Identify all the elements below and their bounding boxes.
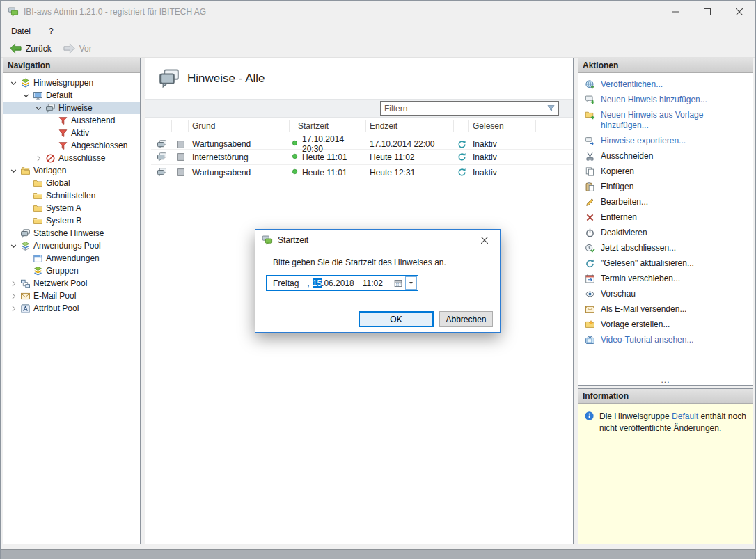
add-note-icon	[585, 95, 596, 105]
dropdown-arrow-icon	[408, 280, 414, 286]
chevron-down-icon[interactable]	[8, 240, 19, 251]
hinweis-row[interactable]: WartungsabendHeute 11:01Heute 12:31Inakt…	[151, 165, 573, 180]
folder-icon	[31, 178, 44, 189]
action-label: Entfernen	[601, 212, 637, 223]
datetime-dropdown-button[interactable]	[405, 276, 417, 290]
active-status-dot-icon	[291, 168, 299, 178]
actions-panel: Aktionen Veröffentlichen...Neuen Hinweis…	[578, 58, 753, 386]
tree-item-label: Gruppen	[44, 266, 79, 276]
menu-help[interactable]: ?	[43, 24, 59, 38]
action-entfernen[interactable]: Entfernen	[585, 212, 747, 223]
action-einfuegen[interactable]: Einfügen	[585, 182, 747, 192]
action-neuen-hinweis-hinzufuegen[interactable]: Neuen Hinweis hinzufügen...	[585, 95, 747, 105]
menu-datei[interactable]: Datei	[6, 24, 36, 38]
action-label: Kopieren	[601, 166, 634, 177]
chevron-right-icon[interactable]	[8, 303, 19, 314]
hinweis-icon	[151, 152, 172, 162]
hinweis-row[interactable]: InternetstörungHeute 11:01Heute 11:02Ina…	[151, 150, 573, 165]
dialog-close-button[interactable]	[468, 230, 500, 250]
cancel-button[interactable]: Abbrechen	[439, 311, 493, 327]
funnel-icon	[56, 127, 69, 139]
default-group-link[interactable]: Default	[672, 411, 698, 421]
tree-item-anwendungs-pool[interactable]: Anwendungs Pool	[3, 239, 140, 252]
datetime-time[interactable]: 11:02	[363, 278, 383, 288]
action-kopieren[interactable]: Kopieren	[585, 166, 747, 177]
tree-item-hinweisgruppen[interactable]: Hinweisgruppen	[3, 77, 140, 89]
window-controls	[659, 1, 755, 22]
hinweis-row[interactable]: Wartungsabend17.10.2014 20:3017.10.2014 …	[151, 134, 573, 150]
tree-item-global[interactable]: Global	[3, 177, 140, 189]
tree-item-ausschluesse[interactable]: Ausschlüsse	[3, 152, 140, 164]
expander-spacer	[45, 140, 56, 151]
column-header-icon	[172, 120, 189, 132]
tree-item-abgeschlossen[interactable]: Abgeschlossen	[3, 139, 140, 152]
funnel-icon	[56, 115, 69, 126]
folder-icon	[31, 203, 44, 214]
navigation-panel: Navigation HinweisgruppenDefaultHinweise…	[3, 58, 141, 544]
hinweis-icon	[151, 139, 172, 150]
expander-spacer	[8, 228, 19, 239]
color-swatch-icon	[172, 152, 189, 162]
action-als-e-mail-versenden[interactable]: Als E-Mail versenden...	[585, 304, 747, 315]
maximize-button[interactable]	[691, 1, 723, 22]
expander-spacer	[20, 190, 31, 201]
ok-button[interactable]: OK	[359, 311, 434, 327]
chevron-down-icon[interactable]	[20, 90, 31, 101]
tree-item-label: Attribut Pool	[31, 304, 79, 313]
close-button[interactable]	[723, 1, 755, 22]
action-label: Neuen Hinweis aus Vorlage hinzufügen...	[601, 110, 747, 131]
chevron-right-icon[interactable]	[33, 152, 44, 164]
active-status-dot-icon	[291, 139, 299, 149]
action-jetzt-abschliessen[interactable]: Jetzt abschliessen...	[585, 243, 747, 253]
tree-item-anwendungen[interactable]: Anwendungen	[3, 252, 140, 265]
filter-input[interactable]	[381, 104, 543, 113]
minimize-button[interactable]	[659, 1, 691, 22]
tree-item-system-b[interactable]: System B	[3, 214, 140, 227]
action-deaktivieren[interactable]: Deaktivieren	[585, 228, 747, 238]
tree-item-netzwerk-pool[interactable]: Netzwerk Pool	[3, 277, 140, 290]
action-termin-verschieben[interactable]: Termin verschieben...	[585, 274, 747, 284]
chevron-down-icon[interactable]	[33, 102, 44, 113]
datetime-day[interactable]: Freitag	[273, 278, 299, 288]
action-veroeffentlichen[interactable]: Veröffentlichen...	[585, 79, 747, 90]
tree-item-hinweise[interactable]: Hinweise	[3, 102, 140, 114]
action-ausschneiden[interactable]: Ausschneiden	[585, 151, 747, 162]
actions-overflow[interactable]: ...	[578, 375, 753, 385]
forward-button[interactable]: Vor	[58, 41, 96, 56]
action-neuen-hinweis-aus-vorlage-hinzufuegen[interactable]: Neuen Hinweis aus Vorlage hinzufügen...	[585, 110, 747, 131]
chevron-right-icon[interactable]	[8, 278, 19, 289]
action-bearbeiten[interactable]: Bearbeiten...	[585, 197, 747, 207]
action-hinweise-exportieren[interactable]: Hinweise exportieren...	[585, 136, 747, 146]
action-video-tutorial-ansehen[interactable]: Video-Tutorial ansehen...	[585, 335, 747, 345]
tree-item-e-mail-pool[interactable]: E-Mail Pool	[3, 290, 140, 302]
back-button[interactable]: Zurück	[5, 41, 56, 56]
tree-item-label: E-Mail Pool	[31, 291, 76, 301]
column-header-endzeit[interactable]: Endzeit	[366, 120, 454, 132]
tree-item-system-a[interactable]: System A	[3, 202, 140, 214]
tree-item-ausstehend[interactable]: Ausstehend	[3, 114, 140, 127]
column-header-gelesen[interactable]: Gelesen	[469, 120, 536, 132]
tree-item-schnittstellen[interactable]: Schnittstellen	[3, 189, 140, 202]
datetime-picker[interactable]: Freitag , 15 .06.2018 11:02	[266, 275, 418, 291]
datetime-date-rest[interactable]: .06.2018	[322, 278, 354, 288]
gelesen-status-icon	[454, 167, 469, 178]
column-header-grund[interactable]: Grund	[189, 120, 290, 132]
tree-item-label: Ausstehend	[69, 116, 115, 125]
main-header: Hinweise - Alle	[145, 58, 573, 99]
action-gelesen-aktualisieren[interactable]: "Gelesen" aktualisieren...	[585, 258, 747, 269]
tree-item-default[interactable]: Default	[3, 89, 140, 102]
filter-funnel-icon[interactable]	[543, 104, 558, 113]
action-vorschau[interactable]: Vorschau	[585, 289, 747, 299]
chevron-right-icon[interactable]	[8, 290, 19, 301]
tree-item-gruppen[interactable]: Gruppen	[3, 265, 140, 277]
tree-item-statische-hinweise[interactable]: Statische Hinweise	[3, 227, 140, 239]
datetime-selected-day[interactable]: 15	[313, 278, 322, 288]
column-header-startzeit[interactable]: Startzeit	[290, 120, 366, 132]
window-bottom-edge	[1, 549, 755, 559]
chevron-down-icon[interactable]	[8, 77, 19, 88]
tree-item-aktiv[interactable]: Aktiv	[3, 127, 140, 139]
action-vorlage-erstellen[interactable]: Vorlage erstellen...	[585, 320, 747, 330]
chevron-down-icon[interactable]	[8, 165, 19, 176]
tree-item-vorlagen[interactable]: Vorlagen	[3, 164, 140, 177]
tree-item-attribut-pool[interactable]: Attribut Pool	[3, 302, 140, 315]
